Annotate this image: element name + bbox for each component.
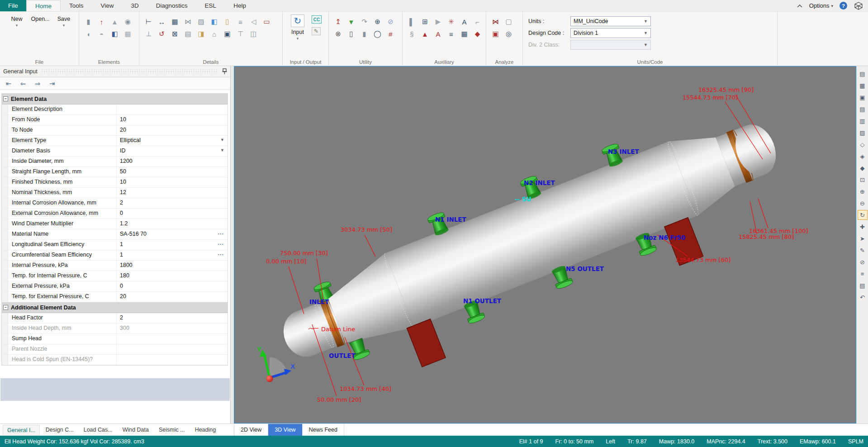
property-row[interactable]: Longitudinal Seam Efficiency 1 ▼ ... — [2, 240, 228, 250]
collapse-ribbon-icon[interactable] — [797, 4, 803, 8]
detail-tool-icon[interactable]: ↔ — [155, 16, 168, 27]
detail-tool-icon[interactable]: ◨ — [194, 29, 208, 39]
input-category-tab[interactable]: Seismic ... — [155, 425, 189, 435]
view-mode-tab[interactable]: News Feed — [303, 424, 344, 436]
property-row[interactable]: Material Name SA-516 70 ▼ ... — [2, 229, 228, 240]
property-row[interactable]: Temp. for External Pressure, C 20 ▼ ... — [2, 292, 228, 302]
input-category-tab[interactable]: Heading — [191, 425, 220, 435]
view-tool-icon[interactable]: ⊘ — [858, 257, 868, 267]
auxiliary-tool-icon[interactable]: ≡ — [445, 29, 458, 39]
pin-icon[interactable] — [222, 68, 227, 75]
property-row[interactable]: External Pressure, kPa 0 ▼ ... — [2, 281, 228, 292]
property-row[interactable]: Sump Head ▼ ... — [2, 334, 228, 344]
detail-tool-icon[interactable]: ⌂ — [208, 29, 221, 39]
utility-tool-icon[interactable]: ▼ — [345, 16, 358, 27]
property-value-field[interactable]: 12 — [117, 188, 228, 198]
property-row[interactable]: Temp. for Internal Pressure, C 180 ▼ ... — [2, 271, 228, 281]
property-row[interactable]: Finished Thickness, mm 10 ▼ ... — [2, 177, 228, 188]
property-value-field[interactable]: Elliptical — [117, 136, 228, 146]
dropdown-arrow-icon[interactable]: ▼ — [220, 138, 224, 142]
element-tool-icon[interactable]: ▮ — [82, 16, 95, 27]
detail-tool-icon[interactable]: ⊢ — [142, 16, 155, 27]
chevron-down-icon[interactable]: ▾ — [297, 36, 299, 41]
view-tool-icon[interactable]: ▨ — [858, 128, 868, 138]
utility-tool-icon[interactable]: ▯ — [345, 29, 358, 39]
property-row[interactable]: Diameter Basis ID ▼ ... — [2, 146, 228, 157]
auxiliary-tool-icon[interactable]: A — [458, 16, 471, 27]
property-value-field[interactable]: 50 — [117, 167, 228, 177]
input-button[interactable]: ↻ Input ▾ — [286, 14, 309, 66]
detail-tool-icon[interactable]: ⊥ — [142, 29, 155, 39]
view-tool-icon[interactable]: ⊡ — [858, 175, 868, 185]
analyze-tool-icon[interactable]: ▢ — [502, 16, 515, 27]
input-category-tab[interactable]: General I... — [3, 425, 40, 435]
dropdown-arrow-icon[interactable]: ▼ — [220, 148, 224, 152]
collapse-icon[interactable]: − — [3, 96, 8, 101]
property-value-field[interactable]: 180 — [117, 271, 228, 281]
detail-tool-icon[interactable]: ▭ — [260, 16, 273, 27]
element-tool-icon[interactable]: ◉ — [121, 16, 134, 27]
input-category-tab[interactable]: Load Cas... — [80, 425, 117, 435]
property-value-field[interactable]: ID — [117, 146, 228, 156]
auxiliary-tool-icon[interactable]: § — [405, 29, 418, 39]
view-tool-icon[interactable]: ◇ — [858, 139, 868, 149]
property-row[interactable]: Inside Diameter, mm 1200 ▼ ... — [2, 157, 228, 167]
auxiliary-tool-icon[interactable]: ⊞ — [418, 16, 432, 27]
detail-tool-icon[interactable]: ▤ — [181, 29, 194, 39]
input-category-tab[interactable]: Wind Data — [119, 425, 153, 435]
utility-tool-icon[interactable]: ◯ — [371, 29, 384, 39]
panel-splitter[interactable] — [231, 66, 234, 423]
auxiliary-tool-icon[interactable]: ✳ — [445, 16, 458, 27]
auxiliary-tool-icon[interactable]: ▲ — [418, 29, 432, 39]
element-tool-icon[interactable]: ◓ — [95, 29, 108, 39]
input-category-tab[interactable]: Design C... — [42, 425, 78, 435]
ellipsis-button[interactable]: ... — [218, 240, 224, 246]
view-tool-icon[interactable]: ↶ — [858, 292, 868, 302]
chevron-down-icon[interactable]: ▾ — [63, 23, 65, 28]
menu-tab[interactable]: Help — [225, 0, 255, 11]
property-value-field[interactable]: 0 — [117, 281, 228, 291]
menu-tab[interactable]: ESL — [196, 0, 225, 11]
file-group-button[interactable]: New ▾ — [6, 14, 27, 66]
property-row[interactable]: Circumferential Seam Efficiency 1 ▼ ... — [2, 250, 228, 261]
analyze-tool-icon[interactable]: ◎ — [502, 29, 515, 39]
view-tool-icon[interactable]: ≡ — [858, 269, 868, 279]
property-value-field[interactable]: 2 — [117, 198, 228, 208]
property-row[interactable]: To Node 20 ▼ ... — [2, 125, 228, 136]
menu-tab[interactable]: View — [92, 0, 123, 11]
auxiliary-tool-icon[interactable]: ▌ — [405, 16, 418, 27]
property-row[interactable]: Internal Corrosion Allowance, mm 2 ▼ ... — [2, 198, 228, 209]
property-row[interactable]: Nominal Thickness, mm 12 ▼ ... — [2, 188, 228, 198]
property-value-field[interactable]: 20 — [117, 292, 228, 302]
section-header-element-data[interactable]: − Element Data — [2, 94, 228, 105]
property-value-field[interactable]: 0 — [117, 209, 228, 219]
element-nav-arrow-button[interactable]: ⇥ — [47, 80, 57, 88]
property-value-field[interactable]: 2 — [117, 313, 228, 323]
detail-tool-icon[interactable]: ▯ — [221, 16, 234, 27]
view-tool-icon[interactable]: ✎ — [858, 245, 868, 255]
element-tool-icon[interactable]: ▲ — [108, 16, 121, 27]
detail-tool-icon[interactable]: ↺ — [155, 29, 168, 39]
view-tool-icon[interactable]: ▥ — [858, 116, 868, 126]
utility-tool-icon[interactable]: ⊕ — [371, 16, 384, 27]
vessel-3d-model[interactable] — [262, 89, 802, 410]
view-tool-icon[interactable]: ◈ — [858, 151, 868, 161]
detail-tool-icon[interactable]: ▦ — [168, 16, 181, 27]
utility-tool-icon[interactable]: ▮ — [358, 29, 371, 39]
view-tool-icon[interactable]: ➤ — [858, 233, 868, 243]
view-tool-icon[interactable]: ▣ — [858, 92, 868, 102]
help-icon[interactable]: ? — [840, 2, 847, 10]
property-value-field[interactable]: 1 — [117, 240, 228, 250]
element-tool-icon[interactable]: ◖ — [82, 29, 95, 39]
view-tool-icon[interactable]: ▤ — [858, 69, 868, 79]
ellipsis-button[interactable]: ... — [218, 229, 224, 236]
property-value-field[interactable]: 1200 — [117, 157, 228, 166]
property-row[interactable]: Parent Nozzle ▼ ... — [2, 344, 228, 355]
property-row[interactable]: Wind Diameter Multiplier 1.2 ▼ ... — [2, 219, 228, 229]
view-tool-icon[interactable]: ⊖ — [858, 198, 868, 208]
3d-model-view[interactable]: Y X 16325.45 m — [234, 66, 856, 423]
menu-tab[interactable]: Diagnostics — [147, 0, 196, 11]
detail-tool-icon[interactable]: ◫ — [247, 29, 260, 39]
view-mode-tab[interactable]: 3D View — [268, 424, 302, 436]
utility-tool-icon[interactable]: ⊗ — [332, 29, 345, 39]
